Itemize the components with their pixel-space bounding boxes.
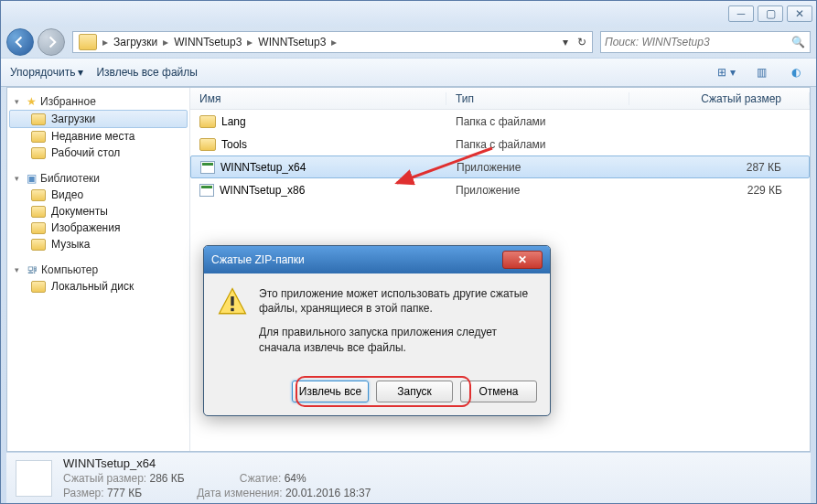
collapse-icon: ▾ bbox=[15, 174, 23, 183]
arrow-left-icon bbox=[14, 36, 27, 48]
selected-file-name: WINNTsetup_x64 bbox=[63, 456, 371, 470]
chevron-right-icon[interactable]: ▸ bbox=[245, 36, 254, 48]
sidebar-item-pictures[interactable]: Изображения bbox=[9, 220, 188, 236]
view-options-button[interactable]: ⊞ ▾ bbox=[715, 62, 737, 82]
organize-menu[interactable]: Упорядочить ▾ bbox=[10, 66, 83, 79]
disk-icon bbox=[31, 281, 46, 293]
extract-all-button[interactable]: Извлечь все файлы bbox=[96, 66, 197, 79]
forward-button[interactable] bbox=[38, 28, 65, 56]
sidebar-item-desktop[interactable]: Рабочий стол bbox=[9, 145, 188, 161]
file-thumbnail bbox=[16, 460, 52, 497]
folder-icon bbox=[31, 239, 46, 251]
chevron-right-icon[interactable]: ▸ bbox=[161, 36, 170, 48]
application-icon bbox=[200, 161, 215, 174]
window-titlebar: ─ ▢ ✕ bbox=[1, 1, 816, 27]
minimize-button[interactable]: ─ bbox=[728, 5, 754, 22]
date-modified-value: 20.01.2016 18:37 bbox=[285, 487, 371, 499]
back-button[interactable] bbox=[6, 28, 34, 56]
extract-all-button[interactable]: Извлечь все bbox=[292, 381, 369, 402]
close-button[interactable]: ✕ bbox=[787, 5, 812, 22]
computer-header[interactable]: ▾🖳Компьютер bbox=[9, 262, 188, 278]
collapse-icon: ▾ bbox=[15, 265, 23, 274]
command-bar: Упорядочить ▾ Извлечь все файлы ⊞ ▾ ▥ ◐ bbox=[1, 58, 816, 87]
maximize-button[interactable]: ▢ bbox=[758, 5, 783, 22]
dialog-message-2: Для правильного запуска приложения следу… bbox=[259, 325, 537, 354]
folder-icon bbox=[79, 34, 97, 50]
dialog-message-1: Это приложение может использовать другие… bbox=[259, 286, 537, 316]
run-button[interactable]: Запуск bbox=[376, 381, 453, 402]
libraries-header[interactable]: ▾▣Библиотеки bbox=[9, 170, 188, 187]
file-row[interactable]: WINNTsetup_x86 Приложение229 КБ bbox=[190, 178, 810, 201]
details-pane: WINNTsetup_x64 Сжатый размер: 286 КБ Сжа… bbox=[6, 452, 811, 503]
folder-icon bbox=[31, 147, 46, 159]
chevron-right-icon[interactable]: ▸ bbox=[101, 36, 110, 48]
collapse-icon: ▾ bbox=[15, 97, 23, 106]
chevron-right-icon[interactable]: ▸ bbox=[329, 36, 339, 48]
application-icon bbox=[199, 184, 214, 197]
compression-ratio-value: 64% bbox=[285, 472, 306, 485]
address-bar[interactable]: ▸ Загрузки ▸ WINNTsetup3 ▸ WINNTsetup3 ▸… bbox=[72, 31, 593, 53]
svg-rect-1 bbox=[231, 296, 233, 306]
star-icon: ★ bbox=[27, 95, 37, 108]
folder-icon bbox=[31, 189, 46, 201]
help-button[interactable]: ◐ bbox=[785, 62, 807, 82]
folder-icon bbox=[31, 113, 46, 125]
computer-icon: 🖳 bbox=[27, 263, 38, 276]
column-headers: Имя Тип Сжатый размер bbox=[190, 88, 810, 110]
sidebar-item-downloads[interactable]: Загрузки bbox=[9, 110, 188, 128]
file-row[interactable]: Lang Папка с файлами bbox=[190, 110, 810, 133]
chevron-down-icon: ▾ bbox=[78, 66, 83, 79]
folder-icon bbox=[31, 222, 46, 234]
warning-icon bbox=[217, 286, 248, 317]
favorites-header[interactable]: ▾★Избранное bbox=[9, 93, 188, 110]
cancel-button[interactable]: Отмена bbox=[460, 381, 537, 402]
column-compressed-size[interactable]: Сжатый размер bbox=[629, 92, 810, 105]
breadcrumb-item[interactable]: WINNTsetup3 bbox=[254, 36, 329, 48]
file-row[interactable]: Tools Папка с файлами bbox=[190, 133, 810, 155]
library-icon: ▣ bbox=[27, 172, 37, 185]
sidebar-item-documents[interactable]: Документы bbox=[9, 203, 188, 220]
folder-icon bbox=[31, 131, 46, 143]
search-input[interactable] bbox=[605, 36, 791, 48]
breadcrumb-item[interactable]: Загрузки bbox=[110, 36, 161, 48]
column-name[interactable]: Имя bbox=[190, 92, 446, 105]
zip-extract-dialog: Сжатые ZIP-папки ✕ Это приложение может … bbox=[203, 245, 551, 416]
compressed-size-value: 286 КБ bbox=[150, 472, 185, 485]
search-icon: 🔍 bbox=[791, 36, 806, 48]
sidebar-item-videos[interactable]: Видео bbox=[9, 187, 188, 203]
sidebar-item-recent[interactable]: Недавние места bbox=[9, 128, 188, 145]
preview-pane-button[interactable]: ▥ bbox=[750, 62, 772, 82]
breadcrumb-item[interactable]: WINNTsetup3 bbox=[170, 36, 245, 48]
refresh-button[interactable]: ↻ bbox=[574, 36, 590, 48]
nav-bar: ▸ Загрузки ▸ WINNTsetup3 ▸ WINNTsetup3 ▸… bbox=[1, 27, 816, 58]
dialog-titlebar: Сжатые ZIP-папки ✕ bbox=[204, 246, 550, 273]
folder-icon bbox=[199, 138, 216, 151]
size-value: 777 КБ bbox=[107, 487, 142, 499]
svg-rect-2 bbox=[231, 308, 233, 311]
arrow-right-icon bbox=[45, 36, 58, 48]
file-row[interactable]: WINNTsetup_x64 Приложение287 КБ bbox=[190, 155, 810, 178]
history-dropdown[interactable]: ▾ bbox=[557, 36, 574, 48]
dialog-close-button[interactable]: ✕ bbox=[502, 251, 543, 269]
folder-icon bbox=[31, 206, 46, 218]
column-type[interactable]: Тип bbox=[446, 92, 629, 105]
navigation-pane: ▾★Избранное Загрузки Недавние места Рабо… bbox=[7, 88, 190, 451]
folder-icon bbox=[199, 115, 216, 128]
search-box[interactable]: 🔍 bbox=[600, 31, 811, 53]
dialog-title: Сжатые ZIP-папки bbox=[211, 253, 305, 266]
sidebar-item-music[interactable]: Музыка bbox=[9, 236, 188, 252]
sidebar-item-local-disk[interactable]: Локальный диск bbox=[9, 278, 188, 295]
